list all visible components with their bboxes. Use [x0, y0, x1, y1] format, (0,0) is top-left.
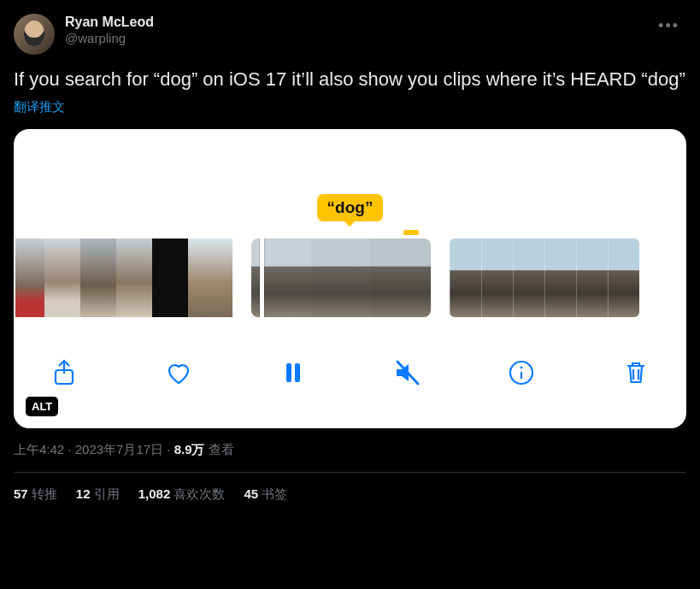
- clip-thumb: [371, 239, 431, 317]
- clip-thumb: [513, 239, 544, 317]
- delete-button[interactable]: [621, 358, 650, 387]
- pause-button[interactable]: [279, 358, 308, 387]
- clip-thumb: [188, 239, 232, 317]
- mute-button[interactable]: [392, 358, 421, 387]
- share-icon: [50, 358, 79, 387]
- views-count: 8.9万: [174, 442, 205, 456]
- like-button[interactable]: [164, 358, 193, 387]
- translate-link[interactable]: 翻译推文: [14, 99, 65, 115]
- bookmarks-stat[interactable]: 45 书签: [244, 486, 287, 503]
- clip-thumb: [544, 239, 576, 317]
- playhead[interactable]: [260, 239, 264, 317]
- clip-timeline: [14, 239, 686, 317]
- quotes-stat[interactable]: 12 引用: [76, 486, 120, 503]
- clip-thumb: [152, 239, 188, 317]
- engagement-stats: 57 转推 12 引用 1,082 喜欢次数 45 书签: [14, 473, 686, 503]
- heart-icon: [164, 358, 193, 387]
- clip-thumb: [116, 239, 152, 317]
- tweet-meta: 上午4:42 · 2023年7月17日 · 8.9万 查看: [14, 442, 686, 458]
- svg-rect-2: [295, 363, 300, 382]
- likes-stat[interactable]: 1,082 喜欢次数: [138, 486, 226, 503]
- info-button[interactable]: [507, 358, 536, 387]
- tweet-time[interactable]: 上午4:42: [14, 442, 64, 456]
- search-marker: [403, 230, 419, 235]
- svg-point-5: [521, 366, 523, 368]
- views-label: 查看: [205, 442, 234, 456]
- pause-icon: [279, 358, 308, 387]
- clip-thumb: [311, 239, 371, 317]
- trash-icon: [621, 358, 650, 387]
- clip-group-3: [450, 239, 639, 317]
- retweets-stat[interactable]: 57 转推: [14, 486, 57, 503]
- share-button[interactable]: [50, 358, 79, 387]
- clip-thumb: [450, 239, 481, 317]
- clip-thumb: [80, 239, 116, 317]
- author-display-name: Ryan McLeod: [65, 14, 154, 31]
- tweet-date[interactable]: 2023年7月17日: [75, 442, 163, 456]
- search-tag-bubble: “dog”: [317, 194, 384, 221]
- clip-thumb: [576, 239, 608, 317]
- avatar[interactable]: [14, 14, 55, 55]
- clip-thumb: [44, 239, 80, 317]
- tweet-header: Ryan McLeod @warpling: [14, 14, 686, 55]
- svg-rect-1: [286, 363, 291, 382]
- clip-thumb: [481, 239, 513, 317]
- author-handle: @warpling: [65, 31, 154, 47]
- media-toolbar: [14, 358, 686, 387]
- clip-group-1: [15, 239, 232, 317]
- speaker-muted-icon: [392, 358, 421, 387]
- tweet-text: If you search for “dog” on iOS 17 it’ll …: [14, 67, 686, 92]
- author-block[interactable]: Ryan McLeod @warpling: [65, 14, 154, 47]
- clip-group-2: [251, 239, 431, 317]
- more-options-button[interactable]: •••: [653, 12, 685, 40]
- clip-thumb: [608, 239, 639, 317]
- clip-thumb: [15, 239, 44, 317]
- ellipsis-icon: •••: [658, 17, 679, 34]
- info-icon: [507, 358, 536, 387]
- tweet-container: Ryan McLeod @warpling ••• If you search …: [0, 0, 700, 503]
- alt-badge[interactable]: ALT: [26, 397, 58, 416]
- media-attachment[interactable]: “dog”: [14, 129, 686, 428]
